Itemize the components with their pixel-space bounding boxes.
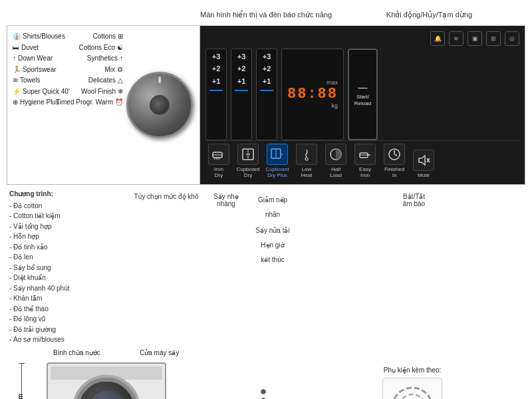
prog-cottons-eco: Cottons Eco☯	[56, 43, 123, 54]
iron-dry-icon	[208, 144, 229, 165]
btn-waves[interactable]: ≋	[449, 31, 464, 46]
pipe-coil-icon	[386, 381, 439, 399]
bottom-section: Bình chứa nước Cửa máy sấy 38.5 cm ⚙	[7, 349, 525, 400]
half-load-label: HalfLoad	[330, 166, 342, 179]
dryer-body: 38.5 cm ⚙	[47, 362, 166, 400]
prog-synthetics: Synthetics↑	[56, 53, 123, 65]
prog-desc-12: - Đồ lông vũ	[9, 314, 120, 325]
main-container: Màn hình hiển thị và đèn báo chức năng K…	[0, 0, 532, 399]
dryer-door-inner	[86, 389, 126, 400]
start-icon: —	[358, 82, 368, 92]
svg-point-6	[246, 154, 247, 155]
svg-marker-18	[419, 156, 425, 165]
prog-cottons: Cottons⊞	[56, 31, 123, 43]
annot-tuy-chon: Tùy chọn mức độ khô	[123, 189, 209, 346]
btn-easy-iron[interactable]: EasyIron	[352, 144, 378, 179]
annot-say-nhe: Sấy nhẹnhàng	[209, 189, 243, 346]
easy-iron-label: EasyIron	[359, 166, 371, 179]
left-panel: 👔Shirts/Blouses 🛏Duvet ↑Down Wear 🏃Sport…	[7, 26, 200, 184]
svg-text:+: +	[281, 152, 283, 157]
label-binh-chua: Bình chứa nước	[53, 349, 100, 356]
vent-holes	[261, 389, 266, 400]
display-digits: 88:88	[287, 86, 338, 102]
mute-icon	[413, 150, 434, 171]
sel3-v2[interactable]: +2	[263, 64, 271, 74]
btn-cupboard-dry[interactable]: CupboardDry	[235, 144, 261, 179]
cupboard-dry-plus-label: CupboardDry Plus	[265, 166, 289, 179]
program-description: Chương trình: - Đồ cotton - Cotton tiết …	[7, 188, 123, 346]
selector-col-1[interactable]: +3 +2 +1	[205, 49, 227, 140]
selector-col-3[interactable]: +3 +2 +1	[256, 49, 277, 140]
start-reload-button[interactable]: — Start/Reload	[348, 49, 378, 140]
top-buttons-row: 🔔 ≋ ▣ ⊞ ◎	[205, 31, 519, 46]
accessory-title: Phụ kiện kèm theo:	[384, 366, 441, 374]
btn-finished-in[interactable]: FinishedIn	[381, 144, 408, 179]
label-display: Màn hình hiển thị và đèn báo chức năng	[200, 11, 332, 19]
svg-point-11	[305, 158, 308, 160]
accessory-image	[382, 378, 442, 399]
prog-desc-9: - Sấy nhanh 40 phút	[9, 283, 120, 294]
btn-grid[interactable]: ⊞	[486, 31, 501, 46]
start-label: Start/Reload	[354, 94, 371, 108]
dryer-diagram: Bình chứa nước Cửa máy sấy 38.5 cm ⚙	[7, 349, 286, 400]
btn-sound[interactable]: 🔔	[430, 31, 445, 46]
dryer-door: 38.5 cm	[75, 377, 138, 399]
cupboard-dry-label: CupboardDry	[236, 166, 259, 179]
btn-mute[interactable]: Mute	[410, 150, 437, 179]
btn-iron-dry[interactable]: IronDry	[205, 144, 232, 179]
easy-iron-icon	[354, 144, 376, 165]
svg-line-17	[394, 154, 397, 156]
sel1-v2[interactable]: +2	[212, 64, 221, 74]
iron-dry-label: IronDry	[214, 166, 223, 179]
selector-col-2[interactable]: +3 +2 +1	[231, 49, 252, 140]
sel3-v3[interactable]: +3	[263, 52, 271, 62]
prog-desc-2: - Cotton tiết kiệm	[9, 211, 120, 221]
sel2-v2[interactable]: +2	[237, 64, 246, 74]
finished-in-label: FinishedIn	[384, 166, 404, 179]
display-kg: kg	[332, 102, 338, 109]
prog-desc-1: - Đồ cotton	[9, 201, 120, 211]
svg-point-7	[249, 154, 250, 155]
mute-label: Mute	[418, 172, 430, 179]
prog-delicates: Delicates△	[56, 75, 123, 86]
accessory-section: Phụ kiện kèm theo: Ống xả dài 202 cm	[299, 349, 525, 400]
program-dial[interactable]	[126, 72, 193, 138]
btn-square[interactable]: ▣	[467, 31, 482, 46]
low-heat-icon	[296, 144, 317, 165]
cupboard-dry-icon	[237, 144, 259, 165]
annotations-section: Chương trình: - Đồ cotton - Cotton tiết …	[7, 188, 525, 346]
btn-circle[interactable]: ◎	[505, 31, 519, 46]
annot-bat-tat: Bật/Tắtâm báo	[303, 189, 525, 346]
annot-say-nua-giam-nep: Giảm nếpnhăn Sấy nửa tải Hẹn giờkết thúc	[243, 189, 303, 346]
icon-annotations: Tùy chọn mức độ khô Sấy nhẹnhàng Giảm nế…	[123, 188, 525, 346]
prog-desc-6: - Đồ len	[9, 252, 120, 263]
sel2-v3[interactable]: +3	[237, 52, 246, 62]
sel1-v1[interactable]: +1	[212, 76, 221, 86]
prog-desc-title: Chương trình:	[9, 189, 120, 200]
dim-84: 84.2 cm	[17, 394, 24, 399]
sel1-v3[interactable]: +3	[212, 52, 221, 62]
prog-desc-4: - Hỗn hợp	[9, 231, 120, 242]
prog-desc-14: - Áo sơ mi/blouses	[9, 334, 120, 345]
btn-half-load[interactable]: HalfLoad	[323, 144, 349, 179]
svg-point-21	[392, 388, 432, 399]
prog-desc-11: - Đồ thể thao	[9, 304, 120, 315]
bottom-icon-row: IronDry CupboardDry	[205, 140, 519, 179]
prog-timed: Timed Progr. Warm⏰	[56, 97, 123, 108]
sel3-v1[interactable]: +1	[263, 76, 271, 86]
half-load-icon	[325, 144, 346, 165]
btn-low-heat[interactable]: LowHeat	[293, 144, 320, 179]
label-start: Khởi động/Hủy/Tạm dừng	[386, 11, 472, 19]
prog-desc-13: - Đồ trải giường	[9, 325, 120, 335]
middle-controls: +3 +2 +1 +3 +2 +1 +3 +2 +1	[205, 49, 519, 140]
svg-point-22	[399, 394, 426, 399]
cupboard-dry-plus-icon: +	[267, 144, 288, 165]
machine-panel: 👔Shirts/Blouses 🛏Duvet ↑Down Wear 🏃Sport…	[7, 25, 525, 185]
prog-desc-3: - Vải tổng hợp	[9, 221, 120, 232]
label-cua-may: Cửa máy sấy	[140, 349, 179, 356]
prog-desc-8: - Diệt khuẩn	[9, 273, 120, 283]
btn-cupboard-dry-plus[interactable]: + CupboardDry Plus	[264, 144, 291, 179]
prog-desc-10: - Khăn tắm	[9, 293, 120, 304]
finished-in-icon	[384, 144, 405, 165]
sel2-v1[interactable]: +1	[237, 76, 246, 86]
